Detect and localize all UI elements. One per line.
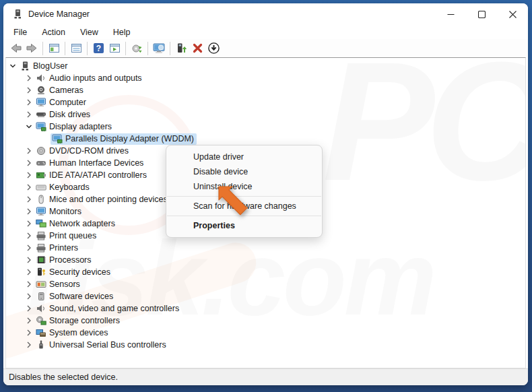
chevron-right-icon[interactable] [24, 279, 34, 290]
toolbar-computer-search-button[interactable] [151, 40, 167, 56]
forward-arrow-icon [26, 42, 38, 55]
chevron-right-icon[interactable] [24, 145, 34, 156]
row-content[interactable]: Printers [34, 242, 81, 254]
row-content[interactable]: Audio inputs and outputs [34, 73, 145, 84]
toolbar-action-pane-button[interactable] [106, 40, 123, 56]
tree-item-system-devices[interactable]: System devices [6, 327, 525, 339]
chevron-right-icon[interactable] [24, 109, 34, 120]
menu-file[interactable]: File [6, 26, 34, 38]
row-content[interactable]: Mice and other pointing devices [34, 194, 170, 205]
chevron-right-icon[interactable] [24, 303, 34, 314]
chevron-right-icon[interactable] [24, 218, 34, 229]
chevron-right-icon[interactable] [24, 206, 34, 217]
row-content[interactable]: Print queues [34, 230, 99, 242]
chevron-right-icon[interactable] [24, 242, 34, 253]
chevron-right-icon[interactable] [24, 315, 34, 326]
row-content[interactable]: Computer [34, 97, 89, 108]
printer-icon [35, 231, 47, 241]
row-content[interactable]: Disk drives [34, 109, 93, 121]
row-content[interactable]: Universal Serial Bus controllers [34, 339, 169, 351]
chevron-right-icon[interactable] [24, 291, 34, 302]
chevron-right-icon[interactable] [24, 194, 34, 205]
chevron-right-icon[interactable] [24, 230, 34, 241]
back-arrow-icon [9, 42, 22, 55]
chevron-right-icon[interactable] [24, 267, 34, 277]
row-content[interactable]: Network adapters [34, 218, 118, 230]
tree-item-disk-drives[interactable]: Disk drives [6, 108, 525, 121]
sensor-icon [35, 280, 47, 290]
minimize-button[interactable] [435, 3, 466, 25]
maximize-button[interactable] [466, 3, 497, 25]
action-pane-icon [108, 42, 121, 55]
row-content[interactable]: Human Interface Devices [34, 158, 146, 169]
chevron-right-icon[interactable] [24, 170, 34, 181]
keyboard-icon [35, 183, 47, 193]
toolbar-forward-button[interactable] [24, 40, 40, 56]
chevron-right-icon[interactable] [24, 182, 34, 193]
network-adapter-icon [35, 219, 47, 229]
monitor-icon [35, 98, 47, 108]
tree-item-bloguser[interactable]: BlogUser [6, 60, 525, 72]
tree-item-software-devices[interactable]: Software devices [6, 290, 525, 302]
chevron-right-icon[interactable] [24, 97, 34, 108]
row-content[interactable]: Keyboards [34, 182, 92, 193]
row-content[interactable]: IDE ATA/ATAPI controllers [34, 170, 149, 181]
chevron-right-icon[interactable] [24, 73, 34, 84]
row-content[interactable]: BlogUser [18, 61, 70, 72]
tree-item-sensors[interactable]: Sensors [6, 278, 525, 290]
menu-view[interactable]: View [73, 26, 106, 38]
selected-row-highlight[interactable]: Parallels Display Adapter (WDDM) [51, 133, 197, 145]
chevron-down-icon[interactable] [24, 121, 34, 132]
chevron-right-icon[interactable] [24, 158, 34, 168]
toolbar-update-driver-button[interactable] [173, 40, 189, 56]
tree-item-sound-video-and-game-controllers[interactable]: Sound, video and game controllers [6, 302, 525, 315]
row-content[interactable]: Processors [34, 255, 94, 266]
row-content[interactable]: Sound, video and game controllers [34, 303, 182, 315]
uninstall-x-icon [191, 42, 204, 55]
tree-item-cameras[interactable]: Cameras [6, 84, 525, 96]
menu-action[interactable]: Action [34, 26, 73, 38]
row-content[interactable]: System devices [34, 327, 111, 339]
toolbar-properties-pane-button[interactable] [68, 40, 84, 56]
chevron-down-icon[interactable] [7, 61, 18, 71]
tree-item-audio-inputs-and-outputs[interactable]: Audio inputs and outputs [6, 72, 525, 84]
toolbar-uninstall-device-button[interactable] [189, 40, 205, 56]
chevron-right-icon[interactable] [24, 85, 34, 96]
toolbar-disable-device-button[interactable] [205, 40, 222, 56]
tree-item-computer[interactable]: Computer [6, 96, 525, 108]
tree-item-label: Monitors [49, 207, 81, 216]
tree-item-display-adapters[interactable]: Display adapters [6, 121, 525, 133]
tree-item-parallels-display-adapter-wddm[interactable]: Parallels Display Adapter (WDDM) [6, 133, 525, 145]
console-tree-icon [48, 42, 61, 55]
chevron-spacer [40, 133, 51, 144]
toolbar-back-button[interactable] [7, 40, 24, 56]
tree-item-label: Storage controllers [49, 316, 120, 325]
row-content[interactable]: DVD/CD-ROM drives [34, 145, 131, 157]
menu-help[interactable]: Help [106, 26, 138, 38]
row-content[interactable]: Monitors [34, 206, 84, 218]
row-content[interactable]: Storage controllers [34, 315, 123, 327]
tree-item-universal-serial-bus-controllers[interactable]: Universal Serial Bus controllers [6, 339, 525, 351]
toolbar-help-button[interactable]: ? [90, 40, 106, 56]
context-menu-item-update-driver[interactable]: Update driver [169, 150, 319, 164]
speaker-icon [35, 73, 47, 84]
toolbar-show-console-tree-button[interactable] [46, 40, 62, 56]
tree-item-storage-controllers[interactable]: Storage controllers [6, 315, 525, 327]
tree-item-label: Mice and other pointing devices [49, 195, 168, 204]
toolbar-scan-for-hardware-changes-button[interactable] [129, 40, 145, 56]
chevron-right-icon[interactable] [24, 327, 34, 338]
chevron-right-icon[interactable] [24, 339, 34, 350]
tree-item-printers[interactable]: Printers [6, 242, 525, 254]
tree-item-security-devices[interactable]: Security devices [6, 266, 525, 278]
tree-item-label: Audio inputs and outputs [49, 73, 142, 83]
row-content[interactable]: Security devices [34, 267, 113, 278]
window-title: Device Manager [28, 9, 90, 19]
row-content[interactable]: Display adapters [34, 121, 114, 133]
close-button[interactable] [497, 3, 528, 25]
row-content[interactable]: Cameras [34, 85, 86, 96]
row-content[interactable]: Software devices [34, 291, 116, 302]
tree-item-label: Display adapters [49, 122, 112, 131]
chevron-right-icon[interactable] [24, 255, 34, 265]
tree-item-processors[interactable]: Processors [6, 254, 525, 266]
row-content[interactable]: Sensors [34, 279, 83, 290]
